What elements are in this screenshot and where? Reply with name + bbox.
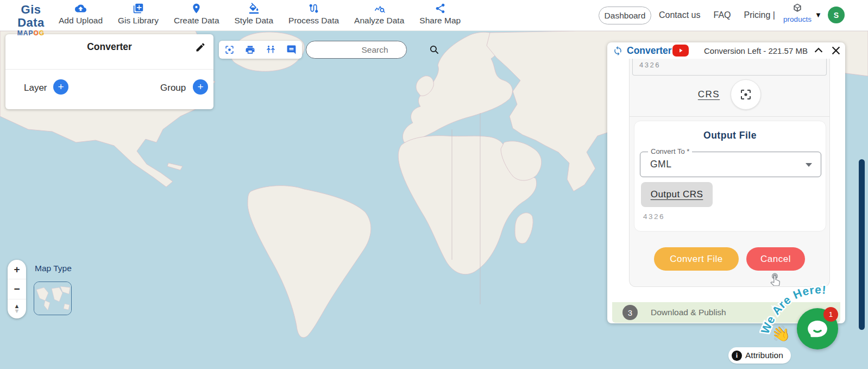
dropdown-caret-icon — [806, 163, 812, 167]
measure-tool-button[interactable] — [265, 43, 278, 57]
add-group-button[interactable]: + — [193, 79, 208, 95]
zoom-in-button[interactable]: + — [8, 260, 26, 279]
info-icon: i — [732, 351, 742, 361]
paint-bucket-icon — [248, 3, 260, 14]
edit-title-button[interactable] — [195, 42, 207, 54]
cancel-button[interactable]: Cancel — [746, 247, 805, 271]
output-crs-value[interactable]: 4326 — [643, 212, 665, 221]
tilt-button[interactable]: ▲ ▼ — [8, 299, 26, 318]
convert-to-select[interactable]: Convert To * GML — [640, 152, 821, 177]
comment-icon — [286, 45, 297, 55]
add-layer-button[interactable]: + — [53, 79, 68, 95]
brand-name: Gis Data — [8, 3, 54, 29]
map-zoom-controls: + − ▲ ▼ — [8, 260, 26, 318]
route-icon — [308, 3, 319, 14]
layers-panel: Converter Layer + Group + — [5, 34, 213, 109]
conversion-quota-label: Conversion Left - 221.57 MB — [704, 46, 808, 55]
youtube-help-button[interactable] — [672, 45, 689, 57]
plus-icon: + — [14, 264, 20, 276]
chevron-down-icon[interactable]: ▼ — [815, 11, 822, 19]
input-crs-section: 4326 CRS — [630, 59, 829, 117]
map-type-label: Map Type — [35, 264, 72, 273]
layer-label: Layer — [24, 83, 47, 93]
nav-item-analyze-data[interactable]: Analyze Data — [352, 3, 406, 26]
map-search — [306, 41, 407, 59]
close-icon — [830, 45, 842, 57]
page-scrollbar[interactable] — [859, 159, 865, 330]
pricing-link[interactable]: Pricing | — [744, 10, 776, 20]
output-file-card: Output File Convert To * GML Output CRS … — [634, 121, 826, 232]
crs-link[interactable]: CRS — [698, 89, 720, 100]
plus-icon: + — [197, 81, 203, 93]
center-focus-icon — [224, 45, 235, 55]
faq-link[interactable]: FAQ — [713, 10, 731, 20]
comment-tool-button[interactable] — [285, 43, 298, 57]
nav-label: Gis Library — [118, 16, 159, 26]
map-toolbar — [219, 41, 302, 59]
output-crs-link-label: Output CRS — [651, 189, 703, 200]
nav-item-process-data[interactable]: Process Data — [286, 3, 341, 26]
input-crs-field[interactable]: 4326 — [632, 59, 827, 76]
pick-crs-on-map-button[interactable] — [731, 79, 761, 110]
converter-form-container: 4326 CRS Output File Convert To * GML Ou… — [629, 59, 830, 287]
center-focus-icon — [739, 88, 752, 101]
mini-world-map — [34, 282, 72, 315]
zoom-out-button[interactable]: − — [8, 279, 26, 299]
cube-icon — [792, 3, 803, 14]
measure-icon — [266, 45, 276, 55]
brand-logo[interactable]: Gis Data MAPOG — [8, 3, 54, 37]
search-input[interactable] — [306, 45, 429, 55]
nav-label: Create Data — [174, 16, 219, 26]
convert-to-label: Convert To * — [648, 147, 692, 155]
collapse-panel-button[interactable] — [813, 45, 825, 57]
location-pin-icon — [191, 3, 202, 14]
output-crs-link[interactable]: Output CRS — [641, 182, 713, 207]
main-nav: Add Upload Gis Library Create Data Style… — [56, 3, 463, 26]
search-submit-button[interactable] — [429, 42, 439, 58]
top-navbar: Gis Data MAPOG Add Upload Gis Library Cr… — [0, 0, 868, 31]
layers-panel-title: Converter — [5, 41, 213, 53]
pencil-icon — [195, 42, 206, 53]
layers-panel-actions: Layer + Group + — [5, 70, 213, 109]
crs-row: CRS — [630, 79, 829, 110]
minus-icon: − — [14, 283, 20, 295]
cloud-upload-icon — [75, 3, 86, 14]
convert-to-value: GML — [650, 159, 671, 170]
user-avatar[interactable]: S — [828, 7, 845, 23]
converter-panel-header: Converter Conversion Left - 221.57 MB — [607, 42, 845, 59]
analytics-search-icon — [374, 3, 385, 14]
close-panel-button[interactable] — [830, 45, 842, 57]
nav-right-links: Contact us FAQ Pricing | — [659, 7, 775, 24]
converter-actions: Convert File Cancel — [630, 247, 829, 271]
triangle-down-icon: ▼ — [14, 309, 20, 314]
nav-item-create-data[interactable]: Create Data — [172, 3, 222, 26]
nav-label: Analyze Data — [354, 16, 404, 26]
search-icon — [429, 45, 439, 55]
nav-label: Share Map — [419, 16, 461, 26]
step-label: Download & Publish — [651, 308, 726, 317]
nav-item-style-data[interactable]: Style Data — [232, 3, 276, 26]
chat-bubble-icon — [806, 317, 829, 341]
dashboard-button[interactable]: Dashboard — [599, 7, 651, 24]
layers-panel-header: Converter — [5, 34, 213, 70]
chat-unread-badge: 1 — [823, 307, 838, 322]
nav-item-share-map[interactable]: Share Map — [417, 3, 463, 26]
nav-item-add-upload[interactable]: Add Upload — [56, 3, 105, 26]
nav-label: Process Data — [288, 16, 339, 26]
map-type-thumbnail[interactable] — [34, 282, 72, 315]
step-number-badge: 3 — [622, 305, 638, 320]
print-tool-button[interactable] — [243, 43, 256, 57]
output-file-title: Output File — [634, 130, 826, 141]
converter-panel-title: Converter — [627, 45, 672, 57]
nav-label: Add Upload — [59, 16, 103, 26]
screenshot-tool-button[interactable] — [223, 43, 236, 57]
group-label: Group — [160, 83, 186, 93]
products-menu[interactable]: products — [780, 3, 815, 23]
plus-icon: + — [58, 81, 64, 93]
contact-us-link[interactable]: Contact us — [659, 10, 700, 20]
convert-file-button[interactable]: Convert File — [654, 247, 739, 271]
brand-subtitle: MAPOG — [8, 29, 54, 37]
attribution-button[interactable]: i Attribution — [728, 347, 791, 364]
nav-item-gis-library[interactable]: Gis Library — [116, 3, 161, 26]
nav-label: Style Data — [235, 16, 274, 26]
